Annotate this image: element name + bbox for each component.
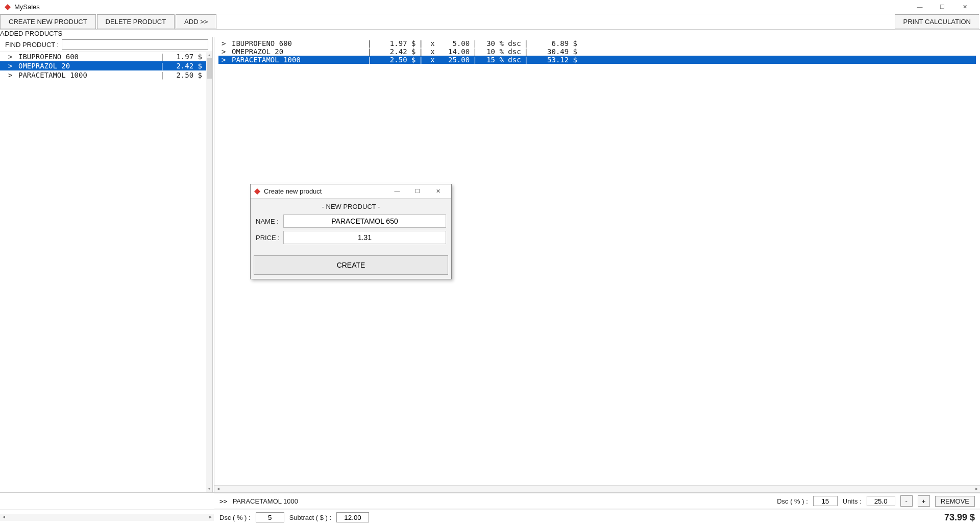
subtract-input[interactable] xyxy=(336,512,369,522)
product-price: 1.97 $ xyxy=(166,53,202,61)
total-discount-label: Dsc ( % ) : xyxy=(219,514,251,521)
added-qty: 5.00 xyxy=(439,39,470,47)
multiply-icon: x xyxy=(426,39,439,47)
minus-icon: - xyxy=(905,497,907,505)
window-minimize-button[interactable]: — xyxy=(909,0,931,14)
product-price: 2.42 $ xyxy=(166,62,202,70)
dialog-minimize-button[interactable]: — xyxy=(387,184,407,199)
separator: | xyxy=(521,56,531,64)
separator: | xyxy=(470,56,480,64)
added-total: 6.89 $ xyxy=(531,39,577,47)
product-search-pane: FIND PRODUCT : >IBUPROFENO 600|1.97 $>OM… xyxy=(0,37,214,492)
dialog-heading: - NEW PRODUCT - xyxy=(251,199,451,214)
added-price: 2.50 $ xyxy=(375,56,415,64)
added-name: PARACETAMOL 1000 xyxy=(232,56,364,64)
product-list-scrollbar[interactable]: ▴ ▾ xyxy=(206,52,212,492)
multiply-icon: x xyxy=(426,56,439,64)
main-toolbar: CREATE NEW PRODUCT DELETE PRODUCT ADD >>… xyxy=(0,14,980,30)
row-marker: > xyxy=(8,62,18,70)
new-product-price-label: PRICE : xyxy=(256,234,283,242)
added-total: 30.49 $ xyxy=(531,47,577,56)
added-discount: 15 % dsc xyxy=(480,56,521,64)
new-product-name-input[interactable] xyxy=(283,214,446,228)
dialog-title: Create new product xyxy=(264,187,322,195)
separator: | xyxy=(470,47,480,56)
separator: | xyxy=(364,56,375,64)
added-row[interactable]: >IBUPROFENO 600|1.97 $| x 5.00|30 % dsc|… xyxy=(218,39,976,47)
dialog-create-button[interactable]: CREATE xyxy=(254,255,448,275)
scroll-thumb[interactable] xyxy=(207,58,212,79)
dialog-close-button[interactable]: ✕ xyxy=(428,184,448,199)
product-list-hscroll[interactable]: ◂ ▸ xyxy=(0,514,214,521)
create-product-button[interactable]: CREATE NEW PRODUCT xyxy=(0,14,96,29)
product-row[interactable]: >OMEPRAZOL 20|2.42 $ xyxy=(0,61,206,70)
button-label: DELETE PRODUCT xyxy=(106,18,166,26)
new-product-price-input[interactable] xyxy=(283,231,446,244)
added-price: 1.97 $ xyxy=(375,39,415,47)
add-product-button[interactable]: ADD >> xyxy=(176,14,216,29)
find-product-label: FIND PRODUCT : xyxy=(5,41,59,49)
product-row[interactable]: >IBUPROFENO 600|1.97 $ xyxy=(0,52,206,61)
dialog-titlebar: Create new product — ☐ ✕ xyxy=(251,184,451,199)
window-titlebar: MySales — ☐ ✕ xyxy=(0,0,980,14)
product-name: PARACETAMOL 1000 xyxy=(18,71,158,79)
added-qty: 14.00 xyxy=(439,47,470,56)
find-product-input[interactable] xyxy=(62,39,208,50)
button-label: PRINT CALCULATION xyxy=(903,18,971,26)
row-marker: > xyxy=(222,47,232,56)
scroll-left-icon: ◂ xyxy=(214,486,222,492)
separator: | xyxy=(158,71,166,79)
added-row[interactable]: >PARACETAMOL 1000|2.50 $| x 25.00|15 % d… xyxy=(218,56,976,64)
product-name: IBUPROFENO 600 xyxy=(18,53,158,61)
units-decrement-button[interactable]: - xyxy=(900,495,913,507)
separator: | xyxy=(364,39,375,47)
app-icon xyxy=(254,188,261,195)
app-icon xyxy=(4,4,11,11)
separator: | xyxy=(415,39,426,47)
selected-product-bar: >> PARACETAMOL 1000 Dsc ( % ) : Units : … xyxy=(214,493,980,509)
units-input[interactable] xyxy=(867,496,895,506)
added-products-hscroll[interactable]: ◂ ▸ xyxy=(214,485,980,492)
separator: | xyxy=(470,39,480,47)
product-row[interactable]: >PARACETAMOL 1000|2.50 $ xyxy=(0,70,206,80)
line-discount-input[interactable] xyxy=(813,496,838,506)
added-qty: 25.00 xyxy=(439,56,470,64)
totals-bar: Dsc ( % ) : Subtract ( $ ) : 73.99 $ xyxy=(214,510,980,525)
delete-product-button[interactable]: DELETE PRODUCT xyxy=(97,14,175,29)
window-close-button[interactable]: ✕ xyxy=(953,0,976,14)
window-maximize-button[interactable]: ☐ xyxy=(931,0,953,14)
added-name: OMEPRAZOL 20 xyxy=(232,47,364,56)
units-increment-button[interactable]: + xyxy=(918,495,930,507)
added-row[interactable]: >OMEPRAZOL 20|2.42 $| x 14.00|10 % dsc|3… xyxy=(218,47,976,56)
separator: | xyxy=(521,39,531,47)
print-calculation-button[interactable]: PRINT CALCULATION xyxy=(895,14,979,29)
dialog-maximize-button[interactable]: ☐ xyxy=(407,184,428,199)
window-title: MySales xyxy=(14,3,40,11)
close-icon: ✕ xyxy=(963,4,967,10)
selected-product-name: PARACETAMOL 1000 xyxy=(233,497,298,505)
new-product-name-label: NAME : xyxy=(256,218,283,225)
added-total: 53.12 $ xyxy=(531,56,577,64)
scroll-down-icon: ▾ xyxy=(206,486,212,492)
added-discount: 10 % dsc xyxy=(480,47,521,56)
scroll-up-icon: ▴ xyxy=(206,52,212,58)
remove-line-button[interactable]: REMOVE xyxy=(935,496,975,507)
maximize-icon: ☐ xyxy=(415,188,420,194)
separator: | xyxy=(521,47,531,56)
subtract-label: Subtract ( $ ) : xyxy=(289,514,331,521)
close-icon: ✕ xyxy=(436,188,440,194)
scroll-right-icon: ▸ xyxy=(207,514,214,521)
scroll-left-icon: ◂ xyxy=(0,514,7,521)
selected-marker: >> xyxy=(219,497,228,505)
total-discount-input[interactable] xyxy=(256,512,284,522)
grand-total: 73.99 $ xyxy=(944,512,975,523)
product-list[interactable]: >IBUPROFENO 600|1.97 $>OMEPRAZOL 20|2.42… xyxy=(0,52,212,492)
added-discount: 30 % dsc xyxy=(480,39,521,47)
added-name: IBUPROFENO 600 xyxy=(232,39,364,47)
create-product-dialog: Create new product — ☐ ✕ - NEW PRODUCT -… xyxy=(250,184,452,279)
button-label: CREATE NEW PRODUCT xyxy=(9,18,87,26)
separator: | xyxy=(415,56,426,64)
minimize-icon: — xyxy=(917,4,923,10)
plus-icon: + xyxy=(922,497,926,505)
separator: | xyxy=(364,47,375,56)
